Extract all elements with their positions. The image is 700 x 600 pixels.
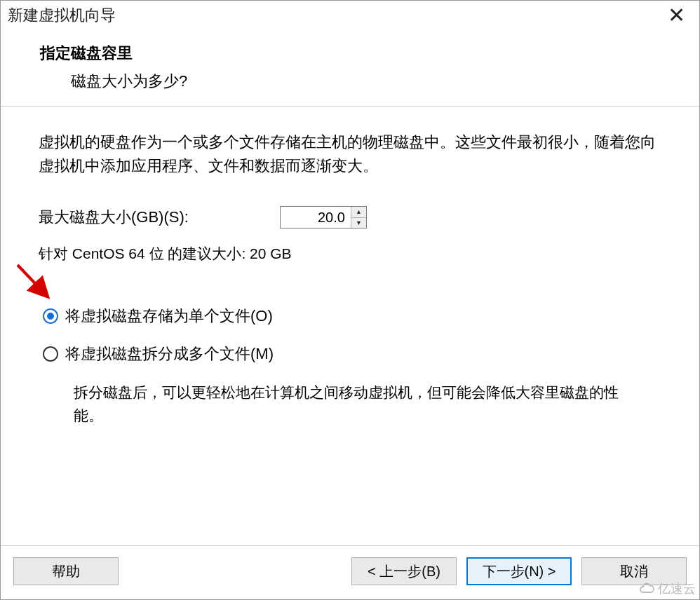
wizard-window: 新建虚拟机向导 ✕ 指定磁盘容里 磁盘大小为多少? 虚拟机的硬盘作为一个或多个文…: [0, 0, 700, 600]
page-subtitle: 磁盘大小为多少?: [71, 71, 699, 92]
disk-size-spinner[interactable]: ▲ ▼: [280, 206, 367, 229]
disk-size-input[interactable]: [281, 207, 351, 228]
radio-single-file-label: 将虚拟磁盘存储为单个文件(O): [65, 306, 273, 327]
help-button[interactable]: 帮助: [13, 557, 119, 585]
radio-single-file[interactable]: 将虚拟磁盘存储为单个文件(O): [43, 306, 661, 327]
radio-split-files-desc: 拆分磁盘后，可以更轻松地在计算机之间移动虚拟机，但可能会降低大容里磁盘的性能。: [74, 381, 640, 427]
radio-unchecked-icon: [43, 346, 58, 362]
wizard-content: 虚拟机的硬盘作为一个或多个文件存储在主机的物理磁盘中。这些文件最初很小，随着您向…: [1, 107, 699, 545]
back-button[interactable]: < 上一步(B): [351, 557, 457, 585]
titlebar: 新建虚拟机向导 ✕: [1, 1, 699, 29]
recommended-size-text: 针对 CentOS 64 位 的建议大小: 20 GB: [39, 244, 661, 264]
radio-split-files[interactable]: 将虚拟磁盘拆分成多个文件(M): [43, 343, 661, 364]
disk-info-text: 虚拟机的硬盘作为一个或多个文件存储在主机的物理磁盘中。这些文件最初很小，随着您向…: [39, 130, 661, 178]
annotation-arrow-icon: [13, 261, 55, 303]
radio-split-files-label: 将虚拟磁盘拆分成多个文件(M): [65, 343, 274, 364]
spinner-up-icon[interactable]: ▲: [351, 207, 366, 217]
page-title: 指定磁盘容里: [40, 43, 699, 64]
max-disk-size-label: 最大磁盘大小(GB)(S):: [39, 207, 189, 228]
max-disk-size-row: 最大磁盘大小(GB)(S): ▲ ▼: [39, 206, 661, 229]
wizard-header: 指定磁盘容里 磁盘大小为多少?: [1, 29, 699, 107]
spinner-buttons: ▲ ▼: [351, 207, 366, 228]
cancel-button[interactable]: 取消: [581, 557, 687, 585]
wizard-footer: 帮助 < 上一步(B) 下一步(N) > 取消: [1, 545, 699, 599]
spinner-down-icon[interactable]: ▼: [351, 217, 366, 229]
close-icon[interactable]: ✕: [664, 5, 689, 26]
disk-storage-radio-group: 将虚拟磁盘存储为单个文件(O) 将虚拟磁盘拆分成多个文件(M) 拆分磁盘后，可以…: [43, 306, 661, 427]
window-title: 新建虚拟机向导: [8, 5, 116, 26]
radio-checked-icon: [43, 308, 58, 324]
svg-line-0: [18, 265, 44, 293]
next-button[interactable]: 下一步(N) >: [466, 557, 572, 585]
